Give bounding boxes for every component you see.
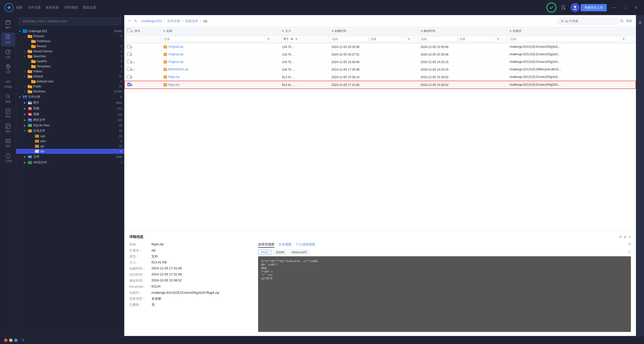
search-submit-icon[interactable] — [620, 19, 624, 23]
sidebar-item-file[interactable]: 文件 — [1, 32, 15, 46]
filter-date-end-created[interactable] — [369, 36, 407, 41]
page-ctrl-zoom[interactable]: ZOOM — [273, 250, 287, 255]
table-search-input[interactable] — [557, 18, 618, 24]
tree-item-fileclassify[interactable]: ▼ 文件分类 8 — [16, 94, 124, 100]
filter-input-path[interactable] — [509, 36, 622, 41]
expand-icon[interactable]: ▶ — [23, 161, 27, 164]
breadcrumb-item-1[interactable]: 文件分类 — [167, 19, 180, 23]
expand-icon[interactable]: ▼ — [23, 129, 27, 133]
filter-icon[interactable]: ▼ — [295, 37, 298, 40]
tree-item-challenge[interactable]: ▼ challenge.E01 86986 — [16, 29, 124, 34]
expand-icon[interactable]: ▼ — [18, 95, 22, 99]
tree-item-video[interactable]: ▶ 视频 162 — [16, 111, 124, 117]
signrestore-btn[interactable]: 签名恢复 — [46, 5, 59, 10]
row-checkbox[interactable] — [127, 75, 131, 78]
table-row[interactable]: 5flag4.zip813.41 ...2024-12-05 15:39:142… — [125, 73, 636, 81]
sidebar-item-report[interactable]: 报告 — [1, 121, 15, 135]
breadcrumb-item-3[interactable]: zip — [203, 19, 207, 23]
close-btn[interactable]: ✕ — [632, 4, 640, 12]
advanced-search-btn[interactable]: 高级 — [626, 19, 632, 23]
tree-item-wim[interactable]: wim 3 — [16, 139, 124, 144]
tree-item-default[interactable]: + Default 31 — [16, 74, 124, 79]
expand-icon[interactable]: ▼ — [18, 29, 22, 33]
tree-item-documents[interactable]: ▶ 文档 1808 — [16, 154, 124, 160]
tree-item-windows[interactable]: + Windows 67909 — [16, 89, 124, 94]
tree-item-defaultuser[interactable]: Default User 0 — [16, 79, 124, 84]
filter-date-end-modified[interactable] — [458, 36, 496, 41]
file-name-link[interactable]: Original.zip — [168, 53, 183, 56]
sidebar-item-search[interactable]: 搜索 — [1, 92, 15, 106]
tree-item-savedgames[interactable]: + Saved Games 1 — [16, 49, 124, 54]
doc-icon[interactable] — [559, 4, 568, 12]
row-checkbox[interactable] — [127, 60, 131, 63]
preview-info-icon[interactable]: ⓘ — [628, 250, 631, 255]
preview-expand-icon[interactable]: ⊡ — [628, 242, 631, 248]
preview-tab-text[interactable]: 文本视图 — [278, 242, 292, 248]
tree-item-zip[interactable]: zip 6 — [16, 149, 124, 154]
minimize-btn[interactable]: — — [610, 4, 618, 12]
expand-icon[interactable]: + — [23, 90, 27, 93]
preview-tab-original[interactable]: 原类型视图 — [258, 242, 274, 248]
row-checkbox[interactable] — [127, 45, 131, 48]
breadcrumb-item-2[interactable]: 压缩文件 — [185, 19, 198, 23]
file-name-link[interactable]: flag4.zip — [168, 83, 180, 86]
expand-icon[interactable]: ▶ — [23, 107, 27, 110]
previewpos-btn[interactable]: 预览位置 — [83, 5, 96, 10]
expand-icon[interactable]: + — [23, 50, 27, 53]
sidebar-item-case[interactable]: 案件 — [1, 18, 15, 31]
tree-item-xpi[interactable]: xpi 10 — [16, 144, 124, 149]
tree-item-ntfs[interactable]: ▶ ntfs流文件 7 — [16, 160, 124, 165]
maximize-btn[interactable]: □ — [621, 4, 629, 12]
tree-item-compressed[interactable]: ▼ 压缩文件 31 — [16, 128, 124, 134]
tree-item-sendto[interactable]: SendTo 0 — [16, 59, 124, 64]
filter-icon[interactable]: ▼ — [497, 37, 500, 40]
file-name-link[interactable]: $R6A6DG8.zip — [168, 68, 188, 71]
tree-item-searches[interactable]: + Searches 3 — [16, 54, 124, 59]
refresh-btn[interactable]: 刷新 — [16, 5, 23, 10]
tree-item-cab[interactable]: cab 12 — [16, 134, 124, 139]
tree-item-printhood[interactable]: PrintHood — [16, 39, 124, 44]
detail-settings-icon[interactable]: ⚙ — [619, 235, 622, 239]
expand-icon[interactable]: ▶ — [23, 118, 27, 122]
sidebar-item-timeline[interactable]: 时间线 — [1, 77, 15, 91]
expand-icon[interactable]: ▶ — [23, 113, 27, 116]
expand-icon[interactable]: + — [23, 34, 27, 38]
tree-item-recent[interactable]: Recent 0 — [16, 44, 124, 49]
preview-tab-hex[interactable]: 十六进制视图 — [296, 242, 315, 248]
right-panel-col-btn[interactable]: 设列 — [637, 18, 643, 21]
file-name-link[interactable]: Original.zip — [168, 45, 183, 48]
page-ctrl-highlight[interactable]: HIGHLIGHT — [289, 250, 310, 255]
tree-item-templates[interactable]: Templates 0 — [16, 64, 124, 69]
tree-item-audio[interactable]: ▶ 音频 632 — [16, 106, 124, 111]
row-checkbox[interactable] — [127, 83, 131, 86]
expand-icon[interactable]: ▶ — [23, 124, 27, 127]
tree-item-sqlite[interactable]: ▶ SQL SQLite Files 39 — [16, 123, 124, 128]
sidebar-item-notes[interactable]: 笔记 — [1, 107, 15, 120]
detail-close-icon[interactable]: ✕ — [628, 235, 631, 239]
table-row[interactable]: 4✕$R6A6DG8.zip134.70 ...2024-12-05 17:30… — [125, 66, 636, 73]
expand-icon[interactable]: + — [23, 75, 27, 78]
detail-split-icon[interactable]: ⊞ — [624, 235, 626, 239]
page-ctrl-page[interactable]: PAGE — [258, 250, 271, 255]
bottom-menu-icon[interactable]: ☰ — [22, 338, 24, 342]
table-row[interactable]: 1Original.zip134.70 ...2024-12-05 20:35:… — [125, 43, 636, 51]
filter-select-size[interactable]: 等于 大于 小于 — [281, 36, 294, 42]
filter-icon[interactable]: ▼ — [267, 37, 270, 40]
case-search-input[interactable] — [19, 18, 121, 25]
expand-icon[interactable]: ▶ — [23, 101, 27, 105]
sidebar-item-location[interactable]: 位置 — [1, 62, 15, 76]
file-name-link[interactable]: Original.zip — [168, 60, 183, 64]
expand-icon[interactable]: + — [23, 55, 27, 58]
tree-item-videos[interactable]: + Videos 1 — [16, 69, 124, 74]
tree-item-images[interactable]: ▶ 图片 2666 — [16, 100, 124, 106]
filter-date-start-created[interactable] — [331, 36, 368, 41]
table-row[interactable]: 3✕Original.zip134.70 ...2024-12-05 15:40… — [125, 58, 636, 66]
table-row[interactable]: 2Original.zip134.70 ...2024-12-05 20:37:… — [125, 51, 636, 58]
fullfile-btn[interactable]: 文件全显 — [28, 5, 41, 10]
select-all-checkbox[interactable] — [127, 29, 131, 32]
filter-icon[interactable]: ▼ — [408, 37, 411, 40]
row-checkbox[interactable] — [127, 52, 131, 56]
row-checkbox[interactable] — [127, 67, 131, 71]
expand-icon[interactable]: + — [23, 85, 27, 88]
tree-item-public[interactable]: + Public 29 — [16, 84, 124, 89]
